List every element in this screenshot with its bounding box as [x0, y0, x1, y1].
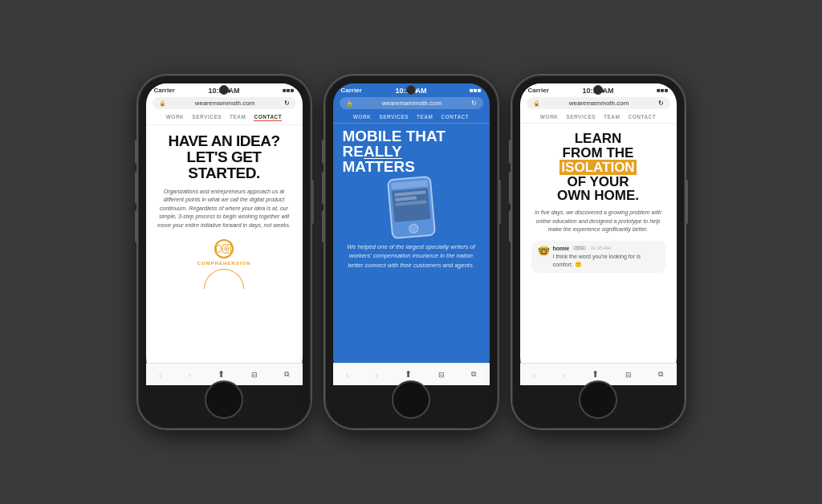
- nav-team-1[interactable]: TEAM: [230, 114, 246, 121]
- nav-services-1[interactable]: SERVICES: [192, 114, 222, 121]
- nav-contact-3[interactable]: CONTACT: [628, 114, 656, 120]
- body-text-3: In five days, we discovered a growing pr…: [531, 209, 665, 234]
- chat-tag: BDE: [572, 246, 587, 250]
- heading-3: LEARN FROM THE ISOLATION OF YOUR OWN HOM…: [531, 132, 665, 203]
- nav-team-3[interactable]: TEAM: [604, 114, 620, 120]
- browser-toolbar-2: ‹ › ⬆ ⊟ ⧉: [333, 363, 490, 385]
- status-bar-1: Carrier ▲ 10:08 AM ■■■: [146, 83, 303, 96]
- heading-learn: LEARN: [531, 132, 665, 146]
- mute-button-3: [509, 140, 512, 164]
- heading-of-your: OF YOUR: [531, 175, 665, 189]
- mockup-line1: [394, 190, 425, 196]
- url-bar-3[interactable]: 🔒 wearemammoth.com ↻: [527, 97, 670, 109]
- mute-button: [135, 140, 138, 164]
- nav-contact-1[interactable]: CONTACT: [254, 114, 282, 121]
- nav-services-3[interactable]: SERVICES: [566, 114, 596, 120]
- phone-illustration: [343, 177, 480, 238]
- bookmarks-button-3[interactable]: ⊟: [625, 371, 632, 379]
- nav-work-3[interactable]: WORK: [540, 114, 559, 120]
- carrier-label: Carrier: [154, 87, 175, 94]
- mockup-button: [408, 223, 418, 234]
- url-text-3: wearemammoth.com: [540, 100, 658, 107]
- heading-isolation: ISOLATION: [531, 161, 665, 175]
- phone-screen-2: Carrier ▲ 10:14 AM ■■■ 🔒 wearemammoth.co…: [333, 83, 490, 379]
- refresh-icon-2[interactable]: ↻: [471, 100, 477, 107]
- chat-text-area: homie BDE 11:45 AM I think the word you'…: [553, 246, 659, 269]
- forward-button-2[interactable]: ›: [376, 370, 379, 380]
- volume-up-button: [135, 172, 138, 204]
- forward-button-3[interactable]: ›: [563, 370, 566, 380]
- phone-2: Carrier ▲ 10:14 AM ■■■ 🔒 wearemammoth.co…: [325, 75, 498, 429]
- time-display-2: 10:14 AM: [395, 87, 426, 95]
- refresh-icon[interactable]: ↻: [284, 100, 290, 107]
- browser-toolbar-1: ‹ › ⬆ ⊟ ⧉: [146, 363, 303, 385]
- nav-work-1[interactable]: WORK: [166, 114, 185, 121]
- status-bar-2: Carrier ▲ 10:14 AM ■■■: [333, 83, 490, 96]
- share-button-1[interactable]: ⬆: [218, 369, 225, 380]
- heading-line3-2: MATTERS: [343, 159, 480, 174]
- chat-message: I think the word you're looking for is c…: [553, 253, 659, 269]
- power-button: [311, 180, 314, 224]
- chat-avatar: 🤓: [538, 246, 550, 257]
- share-button-3[interactable]: ⬆: [592, 369, 599, 380]
- chat-name: homie: [553, 246, 570, 251]
- power-button-2: [498, 180, 501, 224]
- browser-toolbar-3: ‹ › ⬆ ⊟ ⧉: [520, 363, 677, 385]
- time-display-3: 10:14 AM: [582, 87, 613, 95]
- heading-2: MOBILE THAT REALLY MATTERS: [343, 128, 480, 174]
- volume-up-button-2: [322, 172, 325, 204]
- url-bar-2[interactable]: 🔒 wearemammoth.com ↻: [340, 97, 483, 109]
- heading-ally: ALLY: [364, 143, 402, 160]
- refresh-icon-3[interactable]: ↻: [658, 100, 664, 107]
- share-button-2[interactable]: ⬆: [405, 369, 412, 380]
- nav-work-2[interactable]: WORK: [353, 114, 372, 120]
- bookmarks-button-1[interactable]: ⊟: [251, 371, 258, 379]
- heading-re: RE: [343, 143, 364, 160]
- heading-line2-2: REALLY: [343, 144, 480, 159]
- heading-line1-2: MOBILE THAT: [343, 128, 480, 144]
- phone-mockup: [386, 176, 435, 240]
- heading-from-the: FROM THE: [531, 146, 665, 161]
- lock-icon: 🔒: [159, 100, 166, 107]
- phone-screen-1: Carrier ▲ 10:08 AM ■■■ 🔒 wearemammoth.co…: [146, 83, 303, 379]
- site-nav-2: WORK SERVICES TEAM CONTACT: [333, 111, 490, 124]
- carrier-label-3: Carrier: [528, 87, 549, 94]
- mute-button-2: [322, 140, 325, 164]
- body-text-2: We helped one of the largest specialty w…: [343, 242, 480, 270]
- battery-icon: ■■■: [283, 87, 295, 94]
- mockup-line3: [395, 200, 426, 205]
- tabs-button-2[interactable]: ⧉: [471, 370, 476, 379]
- nav-services-2[interactable]: SERVICES: [379, 114, 409, 120]
- volume-down-button-2: [322, 210, 325, 242]
- url-text-1: wearemammoth.com: [166, 100, 284, 107]
- comprehension-icon: [214, 239, 234, 258]
- semicircle-graphic: [204, 269, 244, 289]
- nav-team-2[interactable]: TEAM: [417, 114, 433, 120]
- heading-own-home: OWN HOME.: [531, 189, 665, 203]
- chat-bubble: 🤓 homie BDE 11:45 AM I think the word yo…: [531, 241, 665, 274]
- bookmarks-button-2[interactable]: ⊟: [438, 371, 445, 379]
- phone-screen-3: Carrier ▲ 10:14 AM ■■■ 🔒 wearemammoth.co…: [520, 83, 677, 379]
- chat-time: 11:45 AM: [590, 246, 610, 250]
- page-content-2: MOBILE THAT REALLY MATTERS: [333, 124, 490, 379]
- lock-icon-2: 🔒: [346, 100, 353, 107]
- tabs-button-1[interactable]: ⧉: [284, 370, 289, 379]
- lock-icon-3: 🔒: [533, 100, 540, 107]
- url-bar-1[interactable]: 🔒 wearemammoth.com ↻: [153, 97, 296, 109]
- time-display: 10:08 AM: [208, 87, 239, 95]
- nav-contact-2[interactable]: CONTACT: [441, 114, 469, 120]
- tabs-button-3[interactable]: ⧉: [658, 370, 663, 379]
- back-button-2[interactable]: ‹: [346, 370, 349, 380]
- comprehension-area: COMPREHENSION: [157, 239, 291, 289]
- forward-button-1[interactable]: ›: [189, 370, 192, 380]
- page-content-1: HAVE AN IDEA? LET'S GET STARTED. Organiz…: [146, 125, 303, 379]
- power-button-3: [685, 180, 688, 224]
- volume-down-button-3: [509, 210, 512, 242]
- carrier-label-2: Carrier: [341, 87, 362, 94]
- svg-point-2: [226, 248, 228, 250]
- page-content-3: LEARN FROM THE ISOLATION OF YOUR OWN HOM…: [520, 124, 677, 379]
- phone-3: Carrier ▲ 10:14 AM ■■■ 🔒 wearemammoth.co…: [512, 75, 685, 429]
- back-button-1[interactable]: ‹: [159, 370, 162, 380]
- highlight-isolation: ISOLATION: [560, 160, 636, 175]
- back-button-3[interactable]: ‹: [533, 370, 536, 380]
